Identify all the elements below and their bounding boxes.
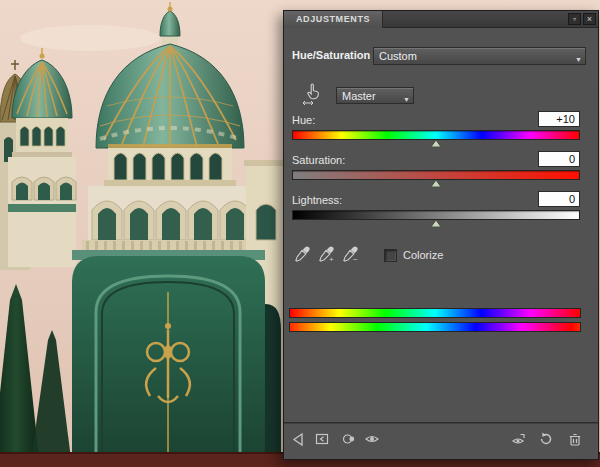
clip-to-layer-icon bbox=[341, 431, 357, 447]
view-previous-state-button[interactable] bbox=[510, 431, 528, 449]
eyedropper-icon bbox=[294, 245, 312, 263]
saturation-label: Saturation: bbox=[292, 154, 345, 166]
lightness-gradient-bar bbox=[292, 210, 580, 220]
colorize-label: Colorize bbox=[403, 249, 443, 261]
lightness-slider-handle[interactable] bbox=[430, 220, 442, 228]
back-arrow-icon bbox=[290, 431, 306, 447]
adjustment-title: Hue/Saturation bbox=[292, 49, 370, 61]
toggle-visibility-button[interactable] bbox=[364, 431, 382, 449]
saturation-gradient-bar bbox=[292, 170, 580, 180]
eyedropper-subtract-button[interactable]: − bbox=[342, 245, 360, 263]
svg-text:−: − bbox=[353, 255, 358, 263]
tab-adjustments[interactable]: ADJUSTMENTS bbox=[284, 11, 383, 28]
lightness-label: Lightness: bbox=[292, 194, 342, 206]
channel-dropdown-value: Master bbox=[342, 90, 376, 102]
adjustments-panel: ADJUSTMENTS ▫ × Hue/Saturation Custom ▼ … bbox=[283, 10, 599, 460]
svg-text:+: + bbox=[329, 255, 334, 263]
saturation-slider-handle[interactable] bbox=[430, 180, 442, 188]
clip-to-layer-button[interactable] bbox=[341, 431, 359, 449]
chevron-down-icon: ▼ bbox=[575, 52, 582, 65]
garden-gate bbox=[72, 250, 265, 462]
return-to-adjustment-list-button[interactable] bbox=[290, 431, 308, 449]
delete-adjustment-button[interactable] bbox=[567, 431, 585, 449]
preset-dropdown-value: Custom bbox=[379, 50, 417, 62]
targeted-adjustment-tool-button[interactable] bbox=[304, 83, 326, 109]
reset-icon bbox=[538, 431, 554, 447]
eye-history-icon bbox=[510, 431, 526, 447]
colorize-checkbox[interactable] bbox=[384, 249, 397, 262]
eyedropper-add-button[interactable]: + bbox=[318, 245, 336, 263]
channel-dropdown[interactable]: Master ▼ bbox=[336, 87, 414, 104]
input-spectrum-bar bbox=[289, 308, 581, 318]
hue-slider-handle[interactable] bbox=[430, 140, 442, 148]
footer-divider bbox=[284, 423, 598, 424]
switch-panel-view-button[interactable] bbox=[314, 431, 332, 449]
eyedropper-sample-button[interactable] bbox=[294, 245, 312, 263]
panel-titlebar[interactable]: ADJUSTMENTS ▫ × bbox=[284, 11, 598, 28]
eyedropper-minus-icon: − bbox=[342, 245, 360, 263]
eyedropper-plus-icon: + bbox=[318, 245, 336, 263]
left-right-arrows-icon bbox=[302, 100, 314, 106]
panel-expand-icon bbox=[314, 431, 330, 447]
hue-gradient-bar bbox=[292, 130, 580, 140]
reset-button[interactable] bbox=[538, 431, 556, 449]
lightness-value-input[interactable]: 0 bbox=[538, 191, 580, 207]
photoshop-canvas: ADJUSTMENTS ▫ × Hue/Saturation Custom ▼ … bbox=[0, 0, 600, 467]
preset-dropdown[interactable]: Custom ▼ bbox=[373, 47, 586, 65]
panel-menu-button[interactable]: ▫ bbox=[568, 13, 581, 25]
saturation-value-input[interactable]: 0 bbox=[538, 151, 580, 167]
hue-value-input[interactable]: +10 bbox=[538, 111, 580, 127]
pointing-hand-icon bbox=[304, 83, 322, 101]
hue-label: Hue: bbox=[292, 114, 315, 126]
chevron-down-icon: ▼ bbox=[403, 92, 410, 104]
panel-close-button[interactable]: × bbox=[583, 13, 596, 25]
trash-icon bbox=[567, 431, 583, 447]
output-spectrum-bar bbox=[289, 322, 581, 332]
eye-icon bbox=[364, 431, 380, 447]
